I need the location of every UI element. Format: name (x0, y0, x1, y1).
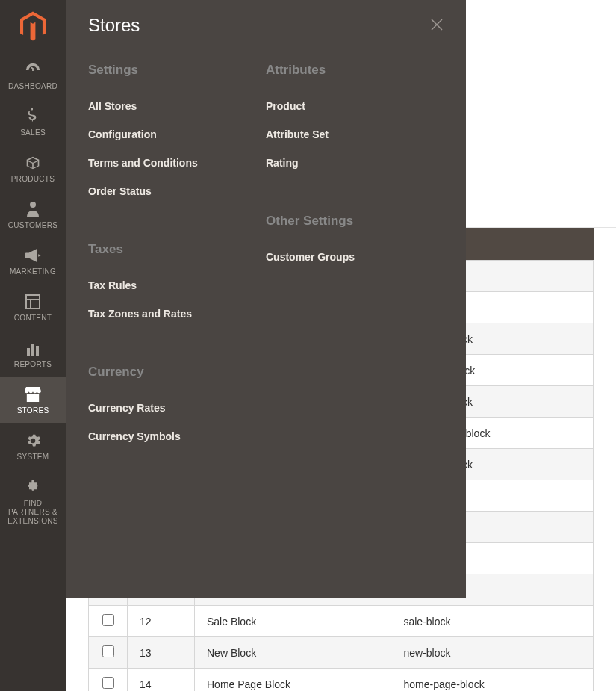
link-order-status[interactable]: Order Status (88, 185, 251, 197)
link-currency-rates[interactable]: Currency Rates (88, 402, 251, 414)
puzzle-icon (24, 478, 42, 496)
link-configuration[interactable]: Configuration (88, 128, 251, 140)
table-row[interactable]: 14 Home Page Block home-page-block (89, 669, 594, 692)
row-checkbox[interactable] (89, 606, 128, 637)
megaphone-icon (24, 247, 42, 264)
row-title: New Block (195, 637, 391, 669)
svg-rect-6 (36, 346, 39, 356)
row-id: 12 (128, 606, 195, 637)
row-identifier: home-page-block (391, 669, 594, 692)
link-all-stores[interactable]: All Stores (88, 100, 251, 112)
nav-label: FIND PARTNERS & EXTENSIONS (3, 499, 63, 526)
svg-point-0 (30, 202, 36, 208)
stores-flyout: Stores Settings All Stores Configuration… (66, 0, 466, 598)
row-id: 14 (128, 669, 195, 692)
group-other: Other Settings (266, 214, 429, 229)
store-icon (24, 385, 42, 403)
nav-content[interactable]: CONTENT (0, 284, 66, 330)
nav-label: REPORTS (14, 360, 52, 369)
nav-label: CUSTOMERS (8, 221, 57, 230)
link-product[interactable]: Product (266, 100, 429, 112)
nav-label: PRODUCTS (11, 175, 55, 184)
nav-system[interactable]: SYSTEM (0, 423, 66, 469)
admin-sidebar: DASHBOARD SALES PRODUCTS CUSTOMERS MARKE… (0, 0, 66, 691)
nav-marketing[interactable]: MARKETING (0, 238, 66, 284)
nav-sales[interactable]: SALES (0, 99, 66, 145)
box-icon (24, 154, 42, 172)
layout-icon (24, 293, 42, 311)
person-icon (24, 200, 42, 218)
group-attributes: Attributes (266, 63, 429, 78)
nav-reports[interactable]: REPORTS (0, 330, 66, 377)
table-row[interactable]: 13 New Block new-block (89, 637, 594, 669)
nav-stores[interactable]: STORES (0, 377, 66, 423)
row-checkbox[interactable] (89, 669, 128, 692)
row-identifier: new-block (391, 637, 594, 669)
link-customer-groups[interactable]: Customer Groups (266, 251, 429, 263)
chart-icon (24, 339, 42, 357)
svg-rect-4 (27, 348, 30, 356)
close-icon[interactable] (430, 18, 444, 34)
row-checkbox[interactable] (89, 637, 128, 669)
link-attribute-set[interactable]: Attribute Set (266, 128, 429, 140)
group-taxes: Taxes (88, 242, 251, 257)
nav-dashboard[interactable]: DASHBOARD (0, 52, 66, 99)
row-id: 13 (128, 637, 195, 669)
nav-label: SALES (20, 128, 46, 137)
nav-label: CONTENT (14, 314, 52, 323)
nav-label: MARKETING (10, 267, 56, 276)
dollar-icon (24, 108, 42, 126)
nav-label: DASHBOARD (8, 82, 57, 91)
link-rating[interactable]: Rating (266, 157, 429, 169)
row-title: Sale Block (195, 606, 391, 637)
group-settings: Settings (88, 63, 251, 78)
nav-label: SYSTEM (17, 453, 49, 462)
svg-rect-1 (26, 295, 40, 309)
nav-customers[interactable]: CUSTOMERS (0, 191, 66, 238)
link-terms[interactable]: Terms and Conditions (88, 157, 251, 169)
nav-products[interactable]: PRODUCTS (0, 145, 66, 191)
dashboard-icon (24, 61, 42, 79)
nav-partners[interactable]: FIND PARTNERS & EXTENSIONS (0, 469, 66, 533)
flyout-title: Stores (88, 15, 140, 36)
magento-logo[interactable] (0, 0, 66, 52)
row-title: Home Page Block (195, 669, 391, 692)
svg-rect-5 (31, 344, 34, 356)
table-row[interactable]: 12 Sale Block sale-block (89, 606, 594, 637)
nav-label: STORES (17, 406, 49, 415)
link-tax-rules[interactable]: Tax Rules (88, 279, 251, 291)
row-identifier: sale-block (391, 606, 594, 637)
group-currency: Currency (88, 365, 251, 379)
gear-icon (24, 432, 42, 450)
link-tax-zones[interactable]: Tax Zones and Rates (88, 308, 251, 320)
link-currency-symbols[interactable]: Currency Symbols (88, 430, 251, 442)
